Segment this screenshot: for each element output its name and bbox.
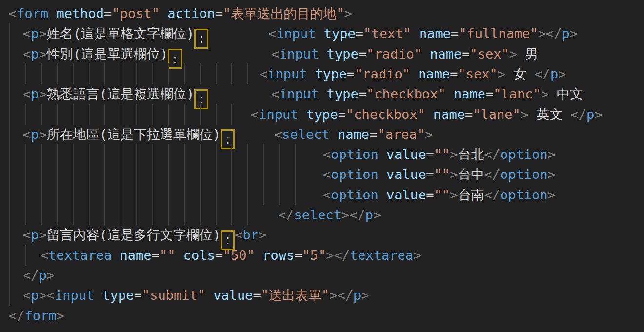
token-operator: = bbox=[369, 127, 377, 142]
token-punctuation: > bbox=[450, 147, 458, 162]
indent-guide bbox=[168, 144, 169, 165]
token-attribute-name: rows bbox=[262, 248, 294, 263]
token-string: "sex" bbox=[469, 46, 509, 61]
token-plain-text bbox=[411, 26, 419, 41]
indent-guide bbox=[263, 184, 264, 205]
code-segment: <p><input type="submit" value="送出表單"></p… bbox=[23, 285, 369, 305]
indent-guide bbox=[216, 204, 217, 225]
indent-guide bbox=[152, 104, 153, 125]
token-punctuation: > bbox=[259, 227, 266, 242]
token-tag-name: p bbox=[31, 26, 39, 41]
code-segment: </select></p> bbox=[278, 205, 381, 225]
indent-guide bbox=[25, 204, 26, 225]
code-line-14: </p> bbox=[0, 265, 644, 285]
token-punctuation: > bbox=[373, 207, 381, 222]
token-plain-text: 女 bbox=[505, 66, 535, 81]
code-editor[interactable]: <form method="post" action="表單送出的目的地"><p… bbox=[0, 0, 644, 332]
token-string: "text" bbox=[363, 26, 411, 41]
code-segment: <input type="text" name="fullname"></p> bbox=[268, 23, 578, 43]
code-line-9: <option value="">台中</option> bbox=[0, 164, 644, 184]
indent-guide bbox=[9, 63, 10, 84]
indent-guide bbox=[41, 164, 42, 185]
token-punctuation: < bbox=[323, 147, 331, 162]
token-string: "5" bbox=[302, 248, 326, 263]
token-operator: = bbox=[215, 6, 223, 21]
token-punctuation: </ bbox=[278, 207, 294, 222]
token-punctuation: > bbox=[498, 66, 505, 81]
indent-guide bbox=[295, 184, 296, 205]
indent-guide bbox=[9, 184, 10, 205]
token-tag-name: p bbox=[31, 288, 39, 303]
token-plain-text: 台南 bbox=[458, 187, 484, 202]
code-line-2: <p>姓名(這是單格文字欄位)：<input type="text" name=… bbox=[0, 23, 644, 43]
code-line-8: <option value="">台北</option> bbox=[0, 144, 644, 164]
token-tag-name: option bbox=[331, 187, 379, 202]
indent-guide bbox=[9, 285, 10, 306]
code-line-10: <option value="">台南</option> bbox=[0, 185, 644, 205]
token-tag-name: p bbox=[365, 207, 373, 222]
token-punctuation: ></ bbox=[329, 288, 353, 303]
code-line-7: <p>所在地區(這是下拉選單欄位)：<select name="area"> bbox=[0, 124, 644, 144]
token-punctuation: < bbox=[23, 26, 31, 41]
token-plain-text bbox=[319, 46, 327, 61]
indent-guide bbox=[247, 184, 248, 205]
indent-guide bbox=[231, 164, 232, 185]
token-punctuation: > bbox=[425, 127, 433, 142]
token-plain-text bbox=[255, 248, 262, 263]
indent-guide bbox=[73, 164, 74, 185]
token-plain-text bbox=[379, 147, 386, 162]
token-string: "lane" bbox=[473, 107, 521, 122]
indent-guide bbox=[136, 184, 137, 205]
token-operator: = bbox=[426, 167, 434, 182]
token-attribute-name: method bbox=[57, 6, 104, 21]
code-segment: </p> bbox=[23, 265, 55, 285]
token-punctuation: < bbox=[274, 127, 282, 142]
token-operator: = bbox=[465, 107, 473, 122]
token-string: "" bbox=[434, 167, 450, 182]
token-tag-name: input bbox=[279, 86, 319, 101]
token-operator: = bbox=[485, 86, 493, 101]
indent-guide bbox=[247, 144, 248, 165]
token-punctuation: </ bbox=[571, 107, 587, 122]
indent-guide bbox=[168, 104, 169, 125]
indent-guide bbox=[57, 144, 58, 165]
token-punctuation: </ bbox=[484, 167, 500, 182]
indent-guide bbox=[184, 204, 185, 225]
token-plain-text: 男 bbox=[517, 46, 538, 61]
token-plain-text: 台中 bbox=[458, 167, 484, 182]
token-punctuation: < bbox=[40, 248, 48, 263]
token-punctuation: < bbox=[260, 66, 267, 81]
token-operator: = bbox=[426, 147, 434, 162]
token-punctuation: > bbox=[39, 127, 47, 142]
token-punctuation: < bbox=[271, 46, 279, 61]
indent-guide bbox=[9, 224, 10, 245]
indent-guide bbox=[184, 104, 185, 125]
indent-guide bbox=[263, 144, 264, 165]
token-plain-text bbox=[410, 66, 418, 81]
token-tag-name: input bbox=[276, 26, 316, 41]
indent-guide bbox=[25, 164, 26, 185]
token-punctuation: > bbox=[558, 66, 566, 81]
indent-guide bbox=[73, 104, 74, 125]
token-punctuation: < bbox=[271, 86, 279, 101]
indent-guide bbox=[200, 164, 201, 185]
indent-guide bbox=[247, 204, 248, 225]
code-line-12: <p>留言內容(這是多行文字欄位)：<br> bbox=[0, 225, 644, 245]
token-punctuation: > bbox=[570, 26, 578, 41]
indent-guide bbox=[295, 164, 296, 185]
indent-guide bbox=[279, 144, 280, 165]
token-attribute-name: type bbox=[327, 46, 359, 61]
token-tag-name: textarea bbox=[48, 248, 112, 263]
indent-guide bbox=[57, 204, 58, 225]
token-tag-name: p bbox=[31, 127, 39, 142]
token-operator: = bbox=[152, 248, 160, 263]
token-operator: = bbox=[356, 26, 363, 41]
indent-guide bbox=[121, 144, 121, 165]
indent-guide bbox=[184, 184, 185, 205]
token-punctuation: > bbox=[594, 107, 602, 122]
indent-guide bbox=[25, 245, 26, 266]
code-segment: <input type="radio" name="sex"> 女 </p> bbox=[260, 64, 566, 84]
indent-guide bbox=[41, 184, 42, 205]
indent-guide bbox=[168, 204, 169, 225]
token-operator: = bbox=[338, 107, 346, 122]
